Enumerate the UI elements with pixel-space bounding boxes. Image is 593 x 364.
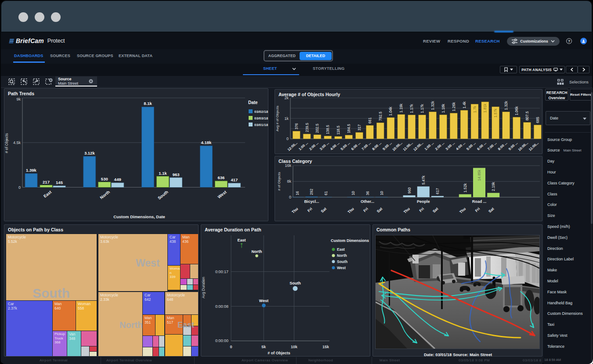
svg-text:11:00...: 11:00... — [402, 141, 414, 152]
svg-text:Thu: Thu — [291, 206, 299, 214]
svg-text:# of Objects: # of Objects — [4, 133, 9, 153]
svg-text:0: 0 — [289, 195, 291, 199]
svg-text:1.18k: 1.18k — [441, 104, 445, 113]
svg-text:2.19k: 2.19k — [491, 182, 495, 191]
svg-text:Thu: Thu — [403, 206, 411, 214]
svg-text:10: 10 — [351, 191, 355, 195]
svg-text:9:00 ...: 9:00 ... — [382, 141, 393, 151]
svg-text:1.06k: 1.06k — [514, 106, 519, 115]
svg-text:1.1k: 1.1k — [159, 171, 167, 176]
svg-text:617: 617 — [435, 188, 440, 194]
svg-text:1.81k: 1.81k — [483, 103, 487, 113]
svg-text:1.17k: 1.17k — [420, 104, 424, 113]
svg-text:0:00:08: 0:00:08 — [215, 304, 228, 309]
svg-text:8:00 ...: 8:00 ... — [497, 141, 508, 151]
svg-text:03/03/18: 03/03/18 — [254, 116, 268, 120]
svg-text:1.32k: 1.32k — [430, 101, 435, 110]
svg-text:6:00 ...: 6:00 ... — [351, 141, 362, 151]
svg-text:12:00...: 12:00... — [287, 141, 298, 152]
svg-text:3:00 ...: 3:00 ... — [445, 141, 456, 151]
svg-text:Date: Date — [248, 100, 258, 105]
svg-text:2:00 ...: 2:00 ... — [434, 141, 445, 151]
svg-text:0: 0 — [18, 185, 21, 190]
svg-text:4:00 ...: 4:00 ... — [455, 141, 466, 151]
svg-text:1:00 ...: 1:00 ... — [298, 141, 309, 151]
svg-text:145: 145 — [56, 180, 63, 185]
svg-text:792.5: 792.5 — [378, 112, 383, 121]
svg-text:963: 963 — [173, 172, 180, 177]
svg-text:138.5: 138.5 — [325, 125, 330, 134]
svg-text:16k: 16k — [285, 163, 291, 168]
svg-text:1.19k: 1.19k — [399, 103, 403, 113]
svg-text:1.7k: 1.7k — [473, 105, 477, 113]
svg-text:685: 685 — [535, 117, 540, 123]
svg-text:West: West — [337, 266, 346, 270]
svg-text:9:00 ...: 9:00 ... — [508, 141, 519, 151]
svg-text:North: North — [99, 189, 111, 200]
svg-text:8k: 8k — [287, 179, 291, 184]
svg-text:36: 36 — [365, 191, 370, 195]
svg-text:6:00 ...: 6:00 ... — [476, 141, 487, 151]
svg-text:61: 61 — [324, 191, 328, 195]
svg-text:10:00...: 10:00... — [517, 141, 529, 152]
svg-text:East: East — [237, 238, 246, 242]
svg-text:Sat: Sat — [432, 206, 439, 213]
svg-text:530: 530 — [101, 177, 108, 181]
svg-text:8.1k: 8.1k — [144, 101, 152, 106]
svg-text:5k: 5k — [261, 345, 266, 349]
svg-text:417: 417 — [231, 177, 238, 182]
svg-text:7:00 ...: 7:00 ... — [487, 141, 498, 151]
svg-text:South: South — [289, 281, 301, 285]
svg-text:1.17k: 1.17k — [409, 104, 414, 113]
svg-text:11:00...: 11:00... — [528, 141, 539, 152]
svg-text:Avg # of Objects: Avg # of Objects — [275, 106, 279, 132]
svg-text:0:00:17: 0:00:17 — [215, 270, 228, 274]
svg-text:661: 661 — [368, 117, 372, 123]
svg-text:2k: 2k — [284, 96, 289, 100]
svg-text:1k: 1k — [284, 116, 289, 121]
svg-text:16: 16 — [295, 191, 300, 195]
svg-text:292: 292 — [309, 188, 314, 195]
svg-text:1.52k: 1.52k — [463, 183, 467, 193]
svg-text:4.18k: 4.18k — [201, 140, 212, 145]
svg-text:Road ...: Road ... — [472, 199, 487, 204]
svg-text:Fri: Fri — [474, 206, 481, 213]
svg-text:3.12k: 3.12k — [84, 151, 95, 155]
svg-text:636: 636 — [217, 175, 224, 180]
svg-text:1.26k: 1.26k — [452, 102, 456, 112]
svg-text:184.5: 184.5 — [347, 124, 351, 133]
svg-text:Avg Duration: Avg Duration — [201, 277, 206, 298]
svg-text:2:00 ...: 2:00 ... — [308, 141, 319, 151]
svg-text:449: 449 — [114, 177, 121, 182]
svg-text:10k: 10k — [291, 345, 298, 349]
svg-text:4:00 ...: 4:00 ... — [329, 141, 340, 151]
svg-text:Thu: Thu — [459, 206, 466, 214]
svg-text:0: 0 — [286, 137, 289, 141]
svg-text:Sat: Sat — [488, 206, 495, 213]
svg-text:10: 10 — [380, 191, 384, 195]
svg-text:3:00 ...: 3:00 ... — [319, 141, 330, 151]
svg-text:10:00...: 10:00... — [392, 141, 403, 152]
svg-text:1:00 ...: 1:00 ... — [424, 141, 435, 151]
svg-text:North: North — [337, 253, 347, 258]
svg-text:0:00:00: 0:00:00 — [215, 339, 228, 343]
svg-text:North: North — [252, 249, 262, 254]
svg-text:South: South — [337, 259, 347, 264]
svg-text:202.5: 202.5 — [315, 123, 319, 133]
svg-text:217: 217 — [43, 180, 50, 184]
svg-text:1.39k: 1.39k — [26, 168, 36, 173]
svg-text:4.5k: 4.5k — [13, 141, 21, 145]
svg-text:Sat: Sat — [320, 206, 327, 213]
svg-text:East: East — [43, 189, 53, 199]
svg-text:# of Objects: # of Objects — [268, 351, 290, 355]
svg-text:960: 960 — [407, 187, 412, 193]
svg-text:0: 0 — [230, 345, 232, 349]
svg-text:Custom Dimensions, Date: Custom Dimensions, Date — [113, 214, 165, 219]
svg-text:Fri: Fri — [362, 206, 369, 213]
svg-text:5.47k: 5.47k — [421, 175, 426, 185]
svg-text:8:00 ...: 8:00 ... — [372, 141, 383, 151]
svg-text:03/02/18: 03/02/18 — [254, 110, 268, 114]
svg-text:West: West — [259, 299, 268, 303]
svg-text:South: South — [157, 189, 169, 200]
svg-text:West: West — [217, 189, 228, 199]
